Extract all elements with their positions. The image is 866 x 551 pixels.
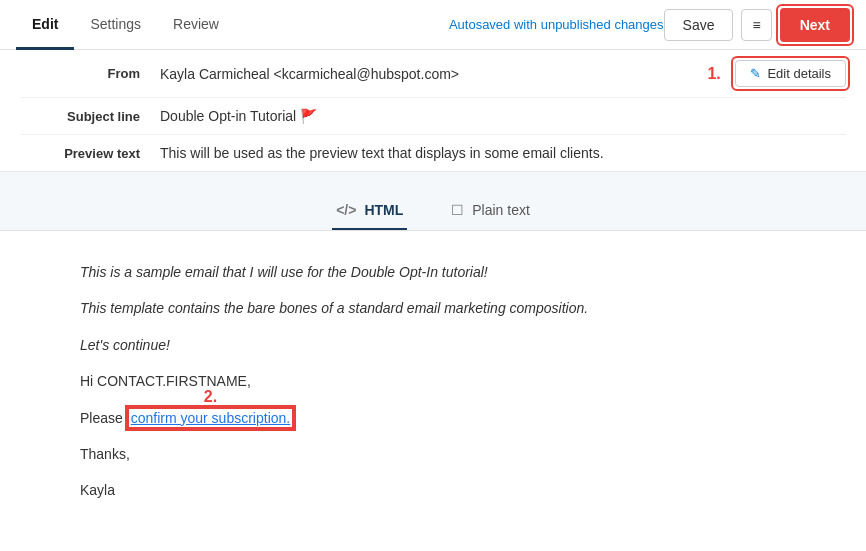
top-nav-bar: Edit Settings Review Autosaved with unpu… xyxy=(0,0,866,50)
subject-emoji: 🚩 xyxy=(300,108,317,124)
from-value: Kayla Carmicheal <kcarmicheal@hubspot.co… xyxy=(160,66,459,82)
content-tabs: </> HTML ☐ Plain text xyxy=(332,192,534,230)
nav-tabs: Edit Settings Review xyxy=(16,0,235,49)
menu-icon: ≡ xyxy=(752,17,760,33)
next-button-wrapper: 3. Next xyxy=(780,8,850,42)
edit-details-wrapper: 1. ✎ Edit details xyxy=(735,60,846,87)
confirm-subscription-link[interactable]: confirm your subscription. xyxy=(127,407,295,429)
body-line-2: This template contains the bare bones of… xyxy=(80,297,786,319)
subject-text: Double Opt-in Tutorial xyxy=(160,108,296,124)
annotation-2: 2. xyxy=(204,384,217,410)
edit-details-button[interactable]: ✎ Edit details xyxy=(735,60,846,87)
subject-label: Subject line xyxy=(20,109,160,124)
preview-row: Preview text This will be used as the pr… xyxy=(20,135,846,171)
menu-button[interactable]: ≡ xyxy=(741,9,771,41)
edit-details-label: Edit details xyxy=(767,66,831,81)
tab-review-label: Review xyxy=(173,16,219,32)
body-line-4: Hi CONTACT.FIRSTNAME, xyxy=(80,370,786,392)
top-actions: Save ≡ 3. Next xyxy=(664,8,850,42)
from-row: From Kayla Carmicheal <kcarmicheal@hubsp… xyxy=(20,50,846,98)
preview-label: Preview text xyxy=(20,146,160,161)
email-body: This is a sample email that I will use f… xyxy=(0,231,866,551)
body-line-6: Thanks, xyxy=(80,443,786,465)
tab-settings[interactable]: Settings xyxy=(74,1,157,50)
tab-html[interactable]: </> HTML xyxy=(332,192,407,230)
body-line-1: This is a sample email that I will use f… xyxy=(80,261,786,283)
body-line-5-pre: Please xyxy=(80,410,127,426)
tab-plain-label: Plain text xyxy=(472,202,530,218)
preview-value: This will be used as the preview text th… xyxy=(160,145,604,161)
next-button[interactable]: Next xyxy=(780,8,850,42)
body-line-5: Please 2. confirm your subscription. xyxy=(80,407,786,429)
tab-plain-text[interactable]: ☐ Plain text xyxy=(447,192,534,230)
body-line-3: Let's continue! xyxy=(80,334,786,356)
tab-settings-label: Settings xyxy=(90,16,141,32)
confirm-link-container: 2. confirm your subscription. xyxy=(127,410,295,426)
annotation-1: 1. xyxy=(707,65,720,83)
subject-row: Subject line Double Opt-in Tutorial 🚩 xyxy=(20,98,846,135)
email-header-section: From Kayla Carmicheal <kcarmicheal@hubsp… xyxy=(0,50,866,172)
tab-review[interactable]: Review xyxy=(157,1,235,50)
pencil-icon: ✎ xyxy=(750,66,761,81)
from-label: From xyxy=(20,66,160,81)
body-line-7: Kayla xyxy=(80,479,786,501)
tab-edit-label: Edit xyxy=(32,16,58,32)
tab-edit[interactable]: Edit xyxy=(16,1,74,50)
subject-value: Double Opt-in Tutorial 🚩 xyxy=(160,108,317,124)
tab-html-label: HTML xyxy=(364,202,403,218)
save-button[interactable]: Save xyxy=(664,9,734,41)
content-tabs-bar: </> HTML ☐ Plain text xyxy=(0,192,866,231)
plain-text-icon: ☐ xyxy=(451,202,464,218)
html-code-icon: </> xyxy=(336,202,356,218)
content-area: </> HTML ☐ Plain text This is a sample e… xyxy=(0,172,866,551)
autosaved-status: Autosaved with unpublished changes xyxy=(449,17,664,32)
